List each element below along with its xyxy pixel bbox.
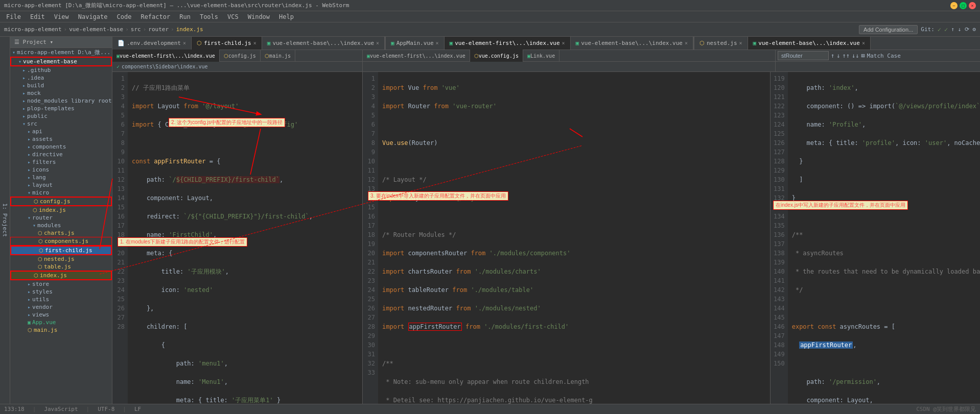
tree-src[interactable]: ▾ src [10,120,112,128]
tab-vuefirst-close[interactable]: × [562,40,565,46]
sub-tab-vue-first[interactable]: ▣ vue-element-first\...\index.vue [112,50,220,62]
sub-tab-vue-first2[interactable]: ▣ vue-element-first\...\index.vue [363,50,470,62]
tree-nested[interactable]: ⬡ nested.js [10,255,112,263]
tree-vendor[interactable]: ▸ vendor [10,303,112,311]
tree-lang[interactable]: ▸ lang [10,174,112,181]
status-language: JavaScript [44,406,78,412]
tree-api[interactable]: ▸ api [10,128,112,135]
tab-nested-js[interactable]: ⬡ nested.js × [694,37,748,50]
tree-router-folder[interactable]: ▾ router [10,214,112,222]
tree-config-js[interactable]: ⬡ config.js [10,197,112,206]
tree-build[interactable]: ▸ build [10,82,112,89]
tree-first-child[interactable]: ⬡ first-child.js [10,246,112,255]
editor-pane-2: 1234567891011121314151617181920212223242… [363,72,771,404]
menu-edit[interactable]: Edit [26,12,49,21]
search-filter-icon[interactable]: ⊞ [861,52,865,59]
tab-vue-base2[interactable]: ▣ vue-element-base\...\index.vue × [571,37,693,50]
menu-view[interactable]: View [50,12,73,21]
top-tab-row: 📄 .env.development × ⬡ first-child.js × … [112,37,980,50]
menu-help[interactable]: Help [275,12,298,21]
add-configuration-button[interactable]: Add Configuration... [859,25,918,34]
tab-appmain[interactable]: ▣ AppMain.vue × [386,37,445,50]
search-arrow-downdown[interactable]: ↓↓ [852,52,859,59]
sub-config-icon: ⬡ [224,53,228,59]
sub-tab-vueconfig[interactable]: ⬡ vue.config.js [470,50,523,62]
tab-first-child[interactable]: ⬡ first-child.js × [192,37,262,50]
sub-tab-linkvue[interactable]: ▣ Link.vue [523,50,559,62]
bc-micro-app[interactable]: micro-app-element [4,26,62,33]
menu-tools[interactable]: Tools [196,12,222,21]
tree-node-modules[interactable]: ▸ node_modules library root [10,97,112,105]
project-panel: ☰ Project ▾ ▾ micro-app-element D:\a_微..… [10,37,112,404]
menu-file[interactable]: File [2,12,25,21]
maximize-button[interactable]: □ [960,2,967,9]
search-arrow-upup[interactable]: ↑↑ [842,52,849,59]
tree-main-js[interactable]: ⬡ main.js [10,326,112,334]
bc-sep2: › [125,26,129,33]
tab-vue-base3[interactable]: ▣ vue-element-base\...\index.vue × [748,37,871,50]
sub-main-icon: ⬡ [265,53,269,59]
tab-appmain-close[interactable]: × [436,40,439,46]
search-arrow-down[interactable]: ↓ [836,52,840,59]
menu-run[interactable]: Run [175,12,195,21]
tree-modules[interactable]: ▾ modules [10,222,112,229]
menu-navigate[interactable]: Navigate [74,12,112,21]
tree-mock[interactable]: ▸ mock [10,89,112,97]
tree-root[interactable]: ▾ micro-app-element D:\a_微... [10,48,112,57]
tree-public[interactable]: ▸ public [10,112,112,120]
tree-views[interactable]: ▸ views [10,311,112,319]
menu-window[interactable]: Window [244,12,274,21]
tree-layout[interactable]: ▸ layout [10,181,112,189]
editor-area: 📄 .env.development × ⬡ first-child.js × … [112,37,980,404]
git-bar: Add Configuration... Git: ✓ ✓ ↑ ↓ ⟳ ⚙ [859,25,976,34]
minimize-button[interactable]: − [950,2,958,9]
tab-vuebase3-label: vue-element-base\...\index.vue [758,40,860,46]
tree-charts[interactable]: ⬡ charts.js [10,229,112,237]
tree-utils[interactable]: ▸ utils [10,296,112,303]
search-arrow-up[interactable]: ↑ [831,52,834,59]
sub-tab-configjs[interactable]: ⬡ config.js [220,50,261,62]
sub-tab-mainjs[interactable]: ⬡ main.js [261,50,295,62]
tree-app-vue[interactable]: ▣ App.vue [10,319,112,326]
tree-directive[interactable]: ▸ directive [10,151,112,158]
tab-firstchild-close[interactable]: × [253,40,256,46]
match-case-label[interactable]: Match Case [867,53,901,59]
tab-env-development[interactable]: 📄 .env.development × [112,37,192,50]
bc-router[interactable]: router [148,26,169,33]
tree-components-js[interactable]: ⬡ components.js [10,237,112,246]
close-button[interactable]: × [969,2,976,9]
code-editor-1[interactable]: 1234567891011121314151617181920212223242… [112,72,362,404]
tree-components[interactable]: ▸ components [10,143,112,151]
bc-src[interactable]: src [131,26,141,33]
tab-vuebase3-icon: ▣ [753,40,757,46]
bc-vue-base[interactable]: vue-element-base [69,26,123,33]
tree-vue-base[interactable]: ▾ vue-element-base [10,57,112,66]
menu-vcs[interactable]: VCS [223,12,243,21]
tree-store[interactable]: ▸ store [10,280,112,288]
tree-table[interactable]: ⬡ table.js [10,263,112,271]
tree-plop[interactable]: ▸ plop-templates [10,105,112,112]
tree-micro[interactable]: ▾ micro [10,189,112,197]
menu-code[interactable]: Code [113,12,136,21]
tab-nested-close[interactable]: × [739,40,742,46]
code-editor-3[interactable]: 1191201211221231241251261271281291301311… [771,72,980,404]
bc-indexjs[interactable]: index.js [176,26,203,33]
tab-env-close[interactable]: × [183,40,186,46]
tree-micro-index[interactable]: ⬡ index.js [10,206,112,214]
tree-github[interactable]: ▸ .github [10,66,112,74]
search-input[interactable] [778,51,829,60]
tab-vuebase3-close[interactable]: × [862,40,865,46]
tab-vue-first[interactable]: ▣ vue-element-first\...\index.vue × [445,37,571,50]
tree-icons[interactable]: ▸ icons [10,166,112,174]
tab-vueindex1-close[interactable]: × [376,40,379,46]
tab-vuebase2-close[interactable]: × [685,40,688,46]
tree-router-index[interactable]: ⬡ index.js [10,271,112,280]
tree-styles[interactable]: ▸ styles [10,288,112,296]
code-editor-2[interactable]: 1234567891011121314151617181920212223242… [363,72,770,404]
tab-vue-index1[interactable]: ▣ vue-element-base\...\index.vue × [262,37,385,50]
tree-assets[interactable]: ▸ assets [10,135,112,143]
project-label: 1: Project [0,37,10,404]
tree-filters[interactable]: ▸ filters [10,158,112,166]
menu-refactor[interactable]: Refactor [136,12,174,21]
tree-idea[interactable]: ▸ .idea [10,74,112,82]
